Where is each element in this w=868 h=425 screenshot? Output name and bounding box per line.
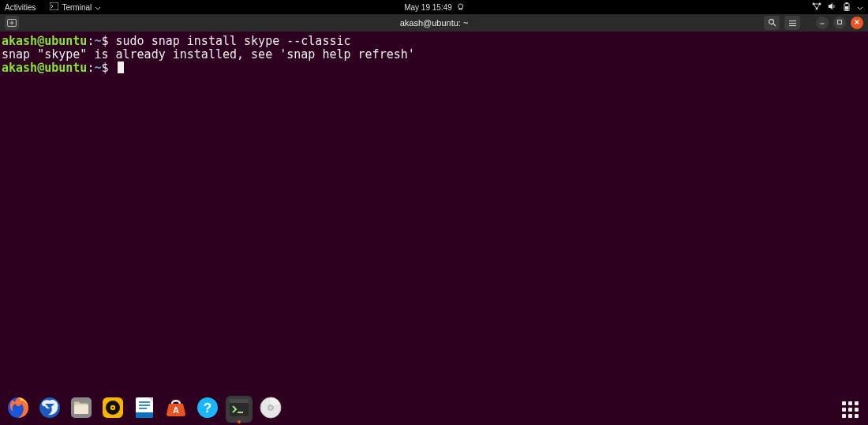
dock-app-firefox[interactable]: [5, 396, 32, 423]
maximize-button[interactable]: [833, 17, 846, 29]
terminal-icon: [50, 2, 58, 12]
dock-app-thunderbird[interactable]: [36, 396, 63, 423]
clock-label: May 19 15:49: [404, 3, 452, 12]
svg-rect-8: [845, 6, 848, 10]
search-button[interactable]: [764, 16, 780, 30]
firefox-icon: [6, 396, 30, 423]
window-titlebar: akash@ubuntu: ~: [0, 14, 868, 32]
svg-point-44: [269, 406, 271, 408]
system-status-area[interactable]: [812, 2, 863, 13]
close-icon: [854, 19, 860, 27]
dock-app-rhythmbox[interactable]: [99, 396, 126, 423]
app-menu[interactable]: Terminal: [50, 2, 101, 12]
dock-app-files[interactable]: [68, 396, 95, 423]
show-applications-button[interactable]: [836, 396, 863, 423]
svg-rect-0: [50, 2, 58, 10]
dock-app-help[interactable]: ?: [194, 396, 221, 423]
volume-icon: [828, 2, 836, 12]
svg-rect-31: [136, 412, 153, 418]
files-icon: [69, 396, 93, 423]
notification-icon: [457, 3, 464, 12]
search-icon: [768, 16, 776, 30]
close-button[interactable]: [851, 17, 863, 29]
thunderbird-icon: [38, 396, 62, 423]
svg-rect-7: [846, 2, 848, 4]
minimize-icon: [819, 19, 825, 27]
app-menu-label: Terminal: [62, 3, 92, 12]
menu-button[interactable]: [784, 16, 800, 30]
svg-point-1: [458, 4, 462, 9]
apps-grid-icon: [842, 401, 859, 418]
chevron-down-icon: [95, 3, 101, 12]
svg-rect-25: [74, 405, 88, 414]
clock[interactable]: May 19 15:49: [404, 3, 464, 12]
dock-app-disc[interactable]: [257, 396, 284, 423]
svg-rect-39: [230, 399, 249, 403]
activities-button[interactable]: Activities: [5, 3, 36, 12]
active-indicator: [238, 420, 241, 423]
terminal-icon: [227, 396, 251, 423]
terminal-line: snap "skype" is already installed, see '…: [2, 48, 866, 62]
svg-text:?: ?: [204, 401, 211, 416]
dock-app-software[interactable]: A: [163, 396, 189, 423]
software-icon: A: [164, 396, 188, 423]
new-tab-button[interactable]: [5, 16, 19, 30]
rhythmbox-icon: [101, 396, 125, 423]
terminal-line: akash@ubuntu:~$: [2, 62, 866, 75]
svg-point-12: [769, 20, 773, 24]
maximize-icon: [836, 19, 843, 27]
chevron-down-icon: [857, 3, 863, 12]
cursor: [118, 62, 124, 73]
dock-app-terminal[interactable]: [226, 396, 253, 423]
svg-line-13: [773, 24, 776, 26]
battery-icon: [843, 2, 851, 13]
terminal-line: akash@ubuntu:~$ sudo snap install skype …: [2, 35, 866, 48]
minimize-button[interactable]: [816, 17, 829, 29]
dock-app-libreoffice-writer[interactable]: [131, 396, 158, 423]
svg-text:A: A: [173, 405, 179, 415]
svg-rect-2: [458, 9, 462, 9]
libreoffice-writer-icon: [133, 396, 156, 423]
svg-point-29: [112, 407, 114, 408]
dock: A?: [0, 393, 868, 425]
window-title: akash@ubuntu: ~: [400, 18, 469, 28]
help-icon: ?: [196, 396, 219, 423]
hamburger-icon: [788, 16, 797, 30]
disc-icon: [259, 396, 282, 423]
network-icon: [812, 2, 821, 12]
gnome-topbar: Activities Terminal May 19 15:49: [0, 0, 868, 14]
terminal-viewport[interactable]: akash@ubuntu:~$ sudo snap install skype …: [0, 32, 868, 425]
svg-rect-18: [838, 21, 842, 24]
